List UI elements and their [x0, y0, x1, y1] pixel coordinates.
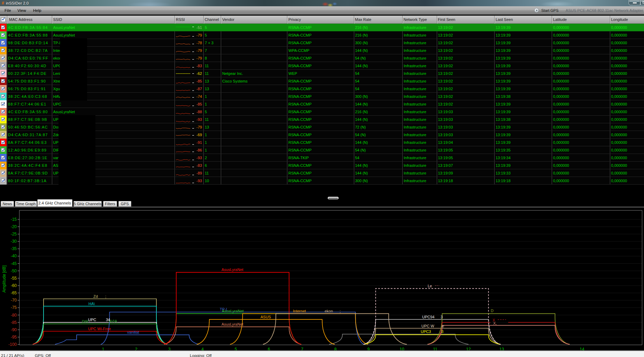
svg-text:ASUS: ASUS: [261, 315, 271, 319]
svg-text:ekon: ekon: [325, 309, 333, 313]
svg-text:;: ;: [340, 309, 341, 313]
svg-text:e: e: [442, 324, 444, 328]
svg-text:vanillat: vanillat: [127, 330, 139, 334]
svg-text:34: 34: [106, 318, 110, 322]
svg-text:DIR: DIR: [82, 319, 88, 324]
svg-text:-75: -75: [11, 305, 17, 310]
svg-text:-20: -20: [11, 224, 17, 229]
svg-text:-65: -65: [11, 290, 17, 295]
svg-text:-80: -80: [11, 313, 17, 318]
svg-text:3: 3: [441, 329, 443, 334]
svg-text:AsusLyraNet: AsusLyraNet: [222, 267, 243, 272]
svg-text:D: D: [491, 309, 494, 313]
svg-text:-25: -25: [11, 232, 17, 236]
svg-text:-45: -45: [11, 261, 17, 266]
svg-text:AsusLyraNet: AsusLyraNet: [222, 322, 243, 326]
svg-text:-30: -30: [11, 239, 17, 244]
svg-text:;: ;: [105, 294, 106, 298]
svg-text:HA\: HA\: [88, 302, 95, 306]
svg-text:-40: -40: [11, 254, 17, 258]
svg-text:Internet: Internet: [293, 309, 306, 313]
svg-text:-70: -70: [11, 298, 17, 303]
svg-text:X,: X,: [493, 321, 497, 325]
svg-text:-55: -55: [11, 276, 17, 281]
svg-text:-60: -60: [11, 283, 17, 288]
svg-text:UPC94: UPC94: [422, 315, 434, 319]
svg-text:-100: -100: [8, 342, 17, 347]
svg-text:AsusLyraNet: AsusLyraNet: [222, 309, 244, 313]
svg-text:Zd: Zd: [93, 294, 98, 298]
svg-text:3: 3: [441, 315, 443, 319]
svg-text:-95: -95: [11, 335, 17, 340]
svg-text:UPC W: UPC W: [421, 324, 434, 328]
svg-text:-35: -35: [11, 246, 17, 251]
svg-text:-15: -15: [11, 217, 17, 222]
svg-text:Le: Le: [428, 284, 432, 288]
svg-text:UPC Wi-Free: UPC Wi-Free: [88, 327, 111, 331]
svg-text:-85: -85: [11, 320, 17, 325]
svg-text:UPC: UPC: [88, 318, 96, 322]
svg-text:UPC3: UPC3: [421, 329, 431, 334]
svg-text:-90: -90: [11, 327, 17, 332]
svg-text:Amplitude [dB]: Amplitude [dB]: [2, 265, 7, 293]
svg-text:-50: -50: [11, 269, 17, 273]
